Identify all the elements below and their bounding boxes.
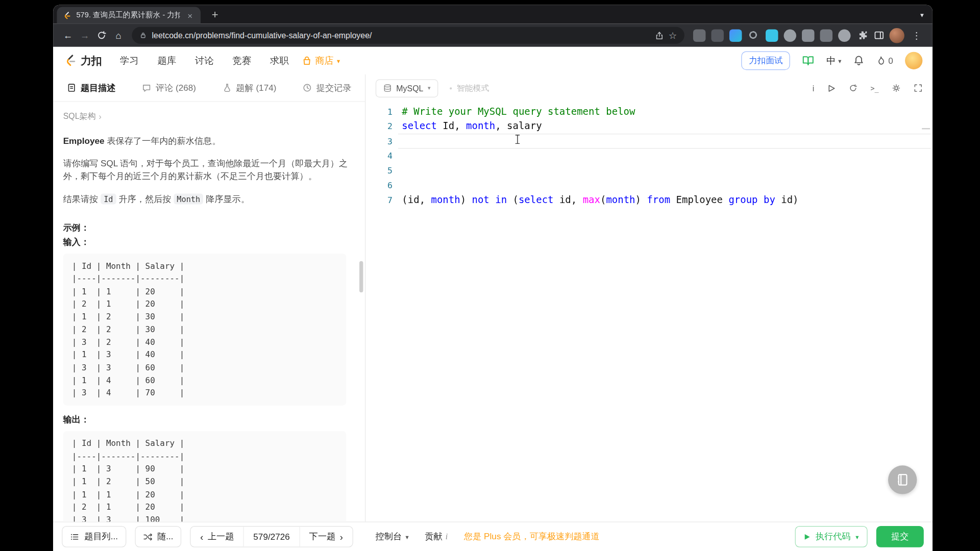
plus-member-notice: 您是 Plus 会员，可享极速判题通道 — [464, 531, 600, 542]
previous-question-label: 上一题 — [208, 531, 234, 542]
extension-icon-3[interactable] — [729, 29, 742, 41]
bookmark-star-icon[interactable]: ☆ — [669, 30, 677, 41]
back-button[interactable]: ← — [59, 27, 76, 44]
browser-window: 579. 查询员工的累计薪水 - 力扣 × + ▾ ← → ⌂ — [53, 5, 933, 551]
leetcode-interview-button[interactable]: 力扣面试 — [741, 51, 790, 70]
editor-reset-icon[interactable] — [849, 84, 857, 92]
editor-settings-icon[interactable] — [892, 84, 900, 92]
code-line-7[interactable]: 7(id, month) not in (select id, max(mont… — [365, 192, 933, 207]
run-code-caret-icon: ▾ — [855, 533, 859, 540]
browser-menu-icon[interactable]: ⋮ — [907, 30, 926, 41]
leetcode-logo[interactable]: 力扣 — [63, 54, 102, 68]
share-icon[interactable] — [655, 31, 664, 40]
reading-book-icon[interactable] — [802, 55, 814, 67]
next-question-button[interactable]: 下一题 › — [299, 527, 352, 546]
output-label: 输出： — [63, 414, 355, 425]
output-table-block: | Id | Month | Salary | |----|-------|--… — [63, 431, 347, 521]
description-scrollbar-thumb[interactable] — [359, 261, 363, 292]
language-dropdown[interactable]: MySQL ▾ — [376, 79, 438, 97]
extension-icon-9[interactable] — [838, 29, 850, 41]
tab-solutions[interactable]: 题解 (174) — [222, 82, 276, 93]
nav-item-contest[interactable]: 竞赛 — [228, 55, 256, 66]
console-toggle[interactable]: 控制台 ▾ — [376, 531, 409, 542]
tab-title: 579. 查询员工的累计薪水 - 力扣 — [76, 10, 180, 21]
code-chip-id: Id — [101, 193, 116, 204]
code-line-1[interactable]: 1# Write your MySQL query statement belo… — [365, 104, 933, 119]
sql-schema-toggle[interactable]: SQL架构 › — [63, 111, 355, 122]
editor-fullscreen-icon[interactable] — [914, 84, 922, 92]
chevron-right-icon: › — [340, 531, 343, 542]
tab-close-icon[interactable]: × — [185, 10, 195, 20]
address-bar[interactable]: leetcode.cn/problems/find-cumulative-sal… — [132, 27, 684, 44]
store-caret-icon: ▾ — [337, 57, 340, 64]
nav-item-discuss[interactable]: 讨论 — [190, 55, 218, 66]
language-selector[interactable]: 中 ▾ — [826, 55, 841, 66]
extension-icon-5[interactable] — [766, 29, 778, 41]
editor-lines: 1# Write your MySQL query statement belo… — [365, 104, 933, 207]
extensions-row — [690, 29, 854, 41]
bottom-bar-right: 执行代码 ▾ 提交 — [795, 526, 924, 547]
code-line-6[interactable]: 6 — [365, 178, 933, 192]
code-line-4[interactable]: 4 — [365, 148, 933, 163]
random-question-button[interactable]: 随... — [135, 526, 181, 547]
nav-item-problems[interactable]: 题库 — [153, 55, 181, 66]
nav-item-jobs[interactable]: 求职 — [265, 55, 293, 66]
ordering-text-1: 结果请按 — [63, 193, 101, 204]
code-line-2[interactable]: 2select Id, month, salary — [365, 119, 933, 134]
line-number: 1 — [365, 107, 393, 117]
flask-icon — [222, 83, 231, 92]
problem-list-button[interactable]: 题目列... — [62, 526, 126, 547]
forward-button[interactable]: → — [76, 27, 93, 44]
extension-icon-8[interactable] — [820, 29, 832, 41]
smart-mode-toggle[interactable]: ● 智能模式 — [449, 83, 489, 94]
tab-search-chevron-icon[interactable]: ▾ — [920, 11, 924, 19]
new-tab-button[interactable]: + — [207, 8, 223, 21]
extension-icon-7[interactable] — [802, 29, 814, 41]
lock-icon[interactable] — [139, 31, 147, 39]
screen: 579. 查询员工的累计薪水 - 力扣 × + ▾ ← → ⌂ — [0, 0, 980, 551]
tab-comments[interactable]: 评论 (268) — [142, 82, 196, 93]
nav-item-learn[interactable]: 学习 — [116, 55, 143, 66]
clock-icon — [303, 83, 312, 92]
contribute-label: 贡献 — [425, 531, 442, 542]
notifications-bell-icon[interactable] — [853, 55, 865, 66]
leetcode-page: 力扣 学习 题库 讨论 竞赛 求职 商店 ▾ 力扣面试 — [53, 47, 933, 551]
editor-run-icon[interactable] — [827, 84, 836, 92]
nav-item-store[interactable]: 商店 ▾ — [302, 55, 340, 66]
notes-floating-button[interactable] — [888, 465, 917, 494]
extension-icon-search[interactable] — [747, 29, 760, 41]
puzzle-extensions-icon[interactable] — [854, 30, 871, 41]
extension-icon-2[interactable] — [711, 29, 723, 41]
tab-description-label: 题目描述 — [81, 82, 116, 93]
side-panel-icon[interactable] — [871, 30, 887, 41]
line-number: 6 — [365, 180, 393, 190]
code-chip-month: Month — [174, 193, 203, 204]
next-question-label: 下一题 — [309, 531, 335, 542]
editor-terminal-icon[interactable]: >_ — [870, 84, 878, 92]
extension-icon-6[interactable] — [784, 29, 796, 41]
streak-counter[interactable]: 0 — [876, 56, 893, 66]
database-icon — [383, 84, 392, 92]
streak-count: 0 — [888, 56, 893, 66]
editor-pane: MySQL ▾ ● 智能模式 i — [365, 74, 933, 522]
code-line-3[interactable]: 3 — [365, 134, 933, 148]
code-line-5[interactable]: 5 — [365, 163, 933, 178]
home-button[interactable]: ⌂ — [110, 27, 127, 44]
browser-tab[interactable]: 579. 查询员工的累计薪水 - 力扣 × — [57, 7, 201, 23]
tab-description[interactable]: 题目描述 — [67, 82, 116, 93]
run-code-button[interactable]: 执行代码 ▾ — [795, 526, 868, 547]
extension-icon-1[interactable] — [693, 29, 705, 41]
line-number: 3 — [365, 136, 393, 146]
prev-next-group: ‹ 上一题 579/2726 下一题 › — [190, 526, 353, 547]
contribute-button[interactable]: 贡献 i — [425, 531, 448, 542]
site-navbar: 力扣 学习 题库 讨论 竞赛 求职 商店 ▾ 力扣面试 — [53, 47, 933, 74]
submit-button[interactable]: 提交 — [876, 526, 924, 547]
tab-submissions[interactable]: 提交记录 — [303, 82, 352, 93]
code-editor[interactable]: 1# Write your MySQL query statement belo… — [365, 102, 933, 522]
reload-button[interactable] — [93, 27, 110, 44]
console-caret-icon: ▾ — [405, 533, 408, 540]
browser-profile-avatar[interactable] — [889, 28, 904, 42]
previous-question-button[interactable]: ‹ 上一题 — [191, 527, 243, 546]
user-avatar[interactable] — [905, 52, 922, 69]
editor-info-icon[interactable]: i — [813, 83, 815, 92]
